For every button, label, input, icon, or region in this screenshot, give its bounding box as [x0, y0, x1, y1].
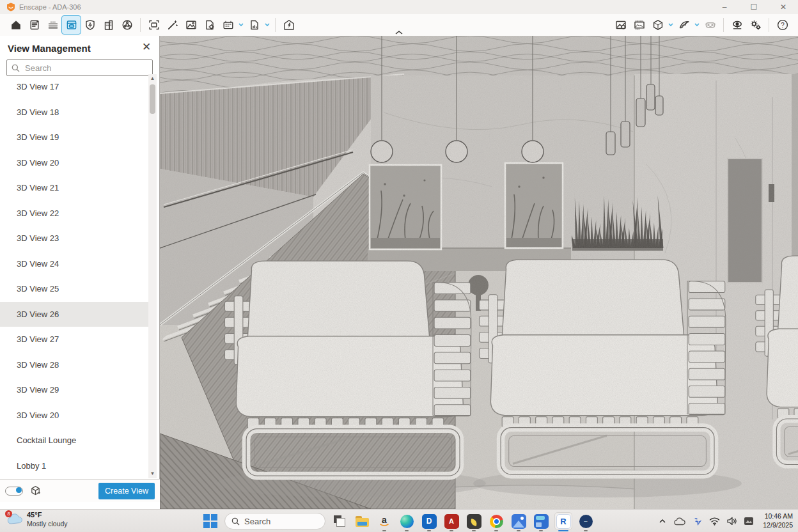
hidden-icons-button[interactable]	[657, 515, 668, 527]
buildings-icon	[102, 19, 115, 31]
view-list-item[interactable]: 3D View 28	[0, 352, 148, 378]
start-button[interactable]	[202, 513, 219, 529]
taskbar-search[interactable]: Search	[224, 513, 325, 529]
view-list-item[interactable]: 3D View 26	[0, 302, 148, 327]
svg-text:?: ?	[781, 21, 785, 29]
weather-temperature: 45°F	[27, 511, 68, 520]
view-list-scrollbar[interactable]: ▲ ▼	[148, 74, 157, 478]
snipping-tool-icon	[467, 514, 481, 529]
view-list-item[interactable]: 3D View 17	[0, 74, 148, 100]
home-button[interactable]	[6, 16, 25, 34]
buildings-button[interactable]	[99, 16, 118, 34]
screenshot-button[interactable]	[145, 16, 163, 34]
minimize-button[interactable]: –	[710, 0, 739, 14]
wifi-button[interactable]	[708, 515, 720, 527]
file-explorer-icon	[356, 516, 369, 527]
panel-close-button[interactable]: ✕	[140, 40, 153, 54]
fly-mode-button[interactable]	[675, 16, 693, 34]
start-enscape-button[interactable]	[279, 16, 298, 34]
snipping-tool-button[interactable]	[465, 513, 482, 529]
render-video-icon	[248, 19, 261, 31]
weather-widget[interactable]: 8 45°F Mostly cloudy	[6, 511, 68, 528]
view-list-item[interactable]: 3D View 20	[0, 150, 148, 176]
view-list-item[interactable]: 3D View 18	[0, 100, 148, 125]
pen-input-button[interactable]	[691, 515, 703, 527]
site-context-button[interactable]	[81, 16, 99, 34]
windows-taskbar: 8 45°F Mostly cloudy Search a D A R •••	[0, 509, 798, 532]
notes-button[interactable]	[25, 16, 43, 34]
scroll-down-icon[interactable]: ▼	[150, 469, 155, 478]
circle-app-button[interactable]: •••	[577, 513, 594, 529]
render-viewport[interactable]	[160, 36, 798, 509]
enscape-logo-icon	[6, 3, 15, 12]
view-list-item[interactable]: 3D View 25	[0, 276, 148, 302]
view-list-item[interactable]: 3D View 23	[0, 226, 148, 251]
tray-app-icon	[744, 517, 754, 526]
panorama-button[interactable]	[630, 16, 648, 34]
view-management-button[interactable]	[62, 16, 81, 34]
view-list-item[interactable]: 3D View 19	[0, 125, 148, 150]
batch-render-dropdown[interactable]	[237, 17, 245, 33]
file-explorer-button[interactable]	[354, 513, 370, 529]
volume-button[interactable]	[726, 515, 737, 527]
photos-button[interactable]	[510, 513, 527, 529]
export-views-icon[interactable]	[29, 485, 42, 497]
ms-app-icon	[534, 514, 549, 529]
revit-button[interactable]: R	[555, 513, 572, 529]
gears-icon	[749, 19, 762, 31]
materials-button[interactable]	[118, 16, 136, 34]
view-list-item[interactable]: Lobby 1	[0, 453, 148, 479]
export-model-dropdown[interactable]	[667, 17, 675, 33]
clock[interactable]: 10:46 AM 12/9/2025	[763, 512, 793, 529]
create-view-button[interactable]: Create View	[98, 483, 155, 499]
fly-mode-dropdown[interactable]	[693, 17, 701, 33]
favorites-toggle[interactable]	[5, 487, 23, 496]
view-list-item[interactable]: 3D View 24	[0, 251, 148, 277]
scroll-up-icon[interactable]: ▲	[150, 74, 155, 83]
help-button[interactable]: ?	[773, 16, 792, 34]
view-list-item[interactable]: 3D View 29	[0, 377, 148, 403]
view-list-item[interactable]: 3D View 27	[0, 327, 148, 352]
batch-render-button[interactable]	[219, 16, 237, 34]
vr-headset-icon	[704, 19, 717, 31]
circle-app-icon: •••	[579, 515, 593, 528]
d-app-button[interactable]: D	[421, 513, 437, 529]
maximize-button[interactable]: ☐	[739, 0, 769, 14]
site-context-icon	[84, 19, 97, 31]
annotate-button[interactable]	[163, 16, 182, 34]
onedrive-button[interactable]	[674, 515, 685, 527]
acrobat-icon: A	[444, 514, 459, 529]
scrollbar-thumb[interactable]	[150, 84, 155, 114]
view-list-item[interactable]: 3D View 21	[0, 175, 148, 201]
view-list-item[interactable]: 3D View 20	[0, 403, 148, 428]
view-list-item[interactable]: Cocktail Lounge	[0, 428, 148, 453]
weather-condition: Mostly cloudy	[27, 520, 68, 528]
chevron-up-icon	[659, 519, 666, 524]
panel-title: View Management	[8, 43, 91, 54]
edge-button[interactable]	[398, 513, 415, 529]
ms-app-button[interactable]	[533, 513, 549, 529]
visual-settings-button[interactable]	[728, 16, 746, 34]
eye-icon	[731, 19, 744, 31]
panorama-icon	[633, 19, 646, 31]
chrome-button[interactable]	[488, 513, 505, 529]
amazon-button[interactable]: a	[376, 513, 393, 529]
wifi-icon	[709, 517, 720, 526]
export-settings-button[interactable]	[611, 16, 630, 34]
general-settings-button[interactable]	[746, 16, 765, 34]
render-document-button[interactable]	[200, 16, 219, 34]
task-view-button[interactable]	[331, 513, 348, 529]
levels-button[interactable]	[43, 16, 62, 34]
render-video-button[interactable]	[245, 16, 263, 34]
acrobat-button[interactable]: A	[443, 513, 460, 529]
toolbar-collapse-button[interactable]	[391, 29, 407, 36]
render-video-dropdown[interactable]	[263, 17, 271, 33]
start-enscape-icon	[283, 19, 295, 31]
view-search-input[interactable]	[24, 63, 148, 74]
image-button[interactable]	[182, 16, 200, 34]
view-list-item[interactable]: 3D View 22	[0, 201, 148, 226]
close-button[interactable]: ✕	[769, 0, 798, 14]
tray-app-button[interactable]	[743, 515, 755, 527]
export-model-button[interactable]	[648, 16, 667, 34]
vr-headset-button[interactable]	[701, 16, 719, 34]
